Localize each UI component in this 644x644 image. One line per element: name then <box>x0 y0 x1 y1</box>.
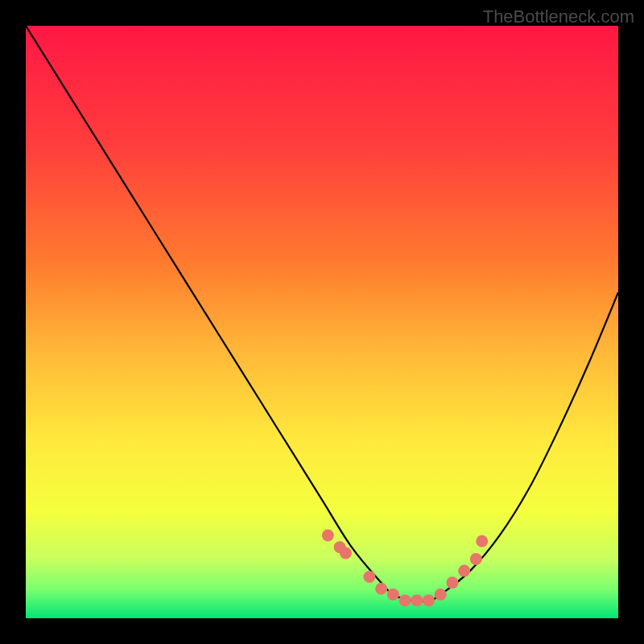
data-dot <box>476 535 488 547</box>
watermark-text: TheBottleneck.com <box>483 6 634 27</box>
data-dot <box>363 571 375 583</box>
data-dot <box>470 553 482 565</box>
data-dot <box>399 594 411 606</box>
data-dot <box>423 594 435 606</box>
data-dot <box>411 594 423 606</box>
data-dot <box>375 583 387 595</box>
data-dot <box>446 576 458 588</box>
data-dot <box>458 565 470 577</box>
data-dot <box>387 588 399 601</box>
data-dot <box>435 588 447 601</box>
data-dot <box>340 547 352 559</box>
highlighted-dots <box>26 26 618 618</box>
chart-area <box>26 26 618 618</box>
data-dot <box>322 529 334 541</box>
